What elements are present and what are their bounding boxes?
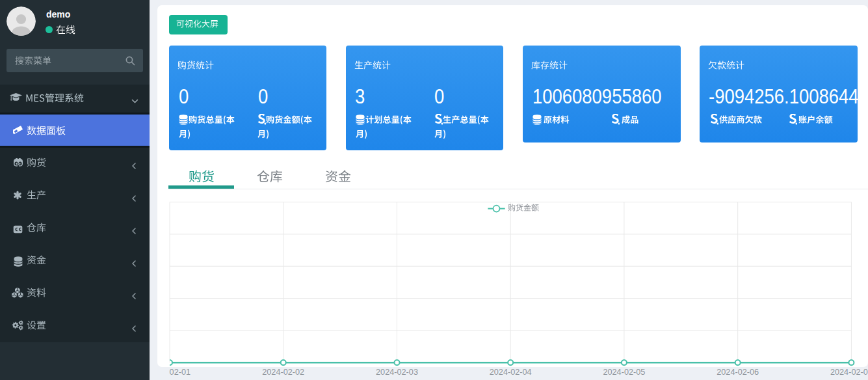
svg-text:2024-02-05: 2024-02-05 — [603, 368, 645, 377]
svg-text:02-01: 02-01 — [170, 368, 191, 377]
svg-text:2024-02-02: 2024-02-02 — [262, 368, 304, 377]
svg-text:2024-02-06: 2024-02-06 — [717, 368, 759, 377]
svg-text:2024-02-03: 2024-02-03 — [376, 368, 418, 377]
svg-text:2024-02-07: 2024-02-07 — [830, 368, 868, 377]
svg-text:2024-02-04: 2024-02-04 — [490, 368, 532, 377]
